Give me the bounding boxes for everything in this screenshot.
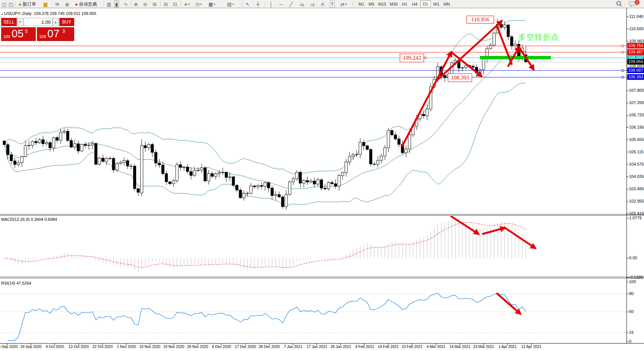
vertical-line-tool[interactable]: │ xyxy=(268,0,274,8)
mail-icon[interactable]: ✉ xyxy=(54,0,60,8)
zoom-out-icon[interactable]: ⊖ xyxy=(142,0,148,8)
new-order-button[interactable]: +新订单 xyxy=(17,0,37,8)
horizontal-line-tool[interactable]: ─ xyxy=(278,0,284,8)
timeframe-mn[interactable]: MN xyxy=(442,0,452,7)
dropdown-caret-icon[interactable]: ▾ xyxy=(200,3,202,6)
timeframe-m30[interactable]: M30 xyxy=(388,0,399,7)
bid-price-display[interactable]: 109 05 5 xyxy=(1,27,36,41)
label-tool[interactable]: T xyxy=(330,0,335,8)
fibonacci-tool[interactable]: ▱F xyxy=(309,0,316,8)
search-icon[interactable] xyxy=(616,1,622,9)
date-label: 13 Oct 2020 xyxy=(65,345,92,349)
toolbar-separator xyxy=(242,1,242,6)
indicators-button[interactable]: +▾ xyxy=(183,0,191,8)
bar-chart-icon[interactable]: ▥ xyxy=(106,0,112,8)
volume-up-button[interactable]: ▲ xyxy=(53,18,59,26)
date-label: 29 Nov 2020 xyxy=(184,345,211,349)
crosshair-tool-glyph: ┼ xyxy=(256,1,260,7)
date-label: 19 Nov 2020 xyxy=(160,345,188,349)
zoom-in-icon-glyph: ⊕ xyxy=(134,1,138,7)
profiles-button[interactable]: ▤▾ xyxy=(226,0,235,8)
timeframe-m1[interactable]: M1 xyxy=(356,0,366,7)
buy-button[interactable]: BUY xyxy=(59,18,74,26)
signal-icon-glyph: ◉ xyxy=(65,1,69,7)
arrange-windows-icon[interactable]: ⊟ xyxy=(163,0,169,8)
channel-tool[interactable]: ▱E xyxy=(298,0,305,8)
macd-axis-label: 0.00 xyxy=(629,256,637,260)
gold-icon[interactable]: ▆ xyxy=(43,0,48,8)
date-label: 14 Feb 2021 xyxy=(374,345,402,349)
chart-canvas[interactable] xyxy=(0,0,644,351)
candle-chart-icon[interactable]: ▮ xyxy=(114,0,119,8)
cascade-windows-icon[interactable]: ⊡ xyxy=(172,0,178,8)
new-order-button-label: 新订单 xyxy=(23,1,36,7)
price-line-badge: 109.764 xyxy=(627,43,644,48)
trendline-tool-glyph: ╱ xyxy=(290,1,293,7)
zoom-in-icon[interactable]: ⊕ xyxy=(133,0,139,8)
autotrade-button[interactable]: ●自动交易 xyxy=(74,0,98,8)
cursor-tool[interactable]: ↖ xyxy=(245,0,251,8)
date-label: 1 Apr 2021 xyxy=(494,345,521,349)
date-label: 10 Nov 2020 xyxy=(136,345,164,349)
price-tick-label: 105.655 xyxy=(629,137,644,142)
indicators-glyph: + xyxy=(184,1,188,7)
profiles-glyph: ▤ xyxy=(227,1,232,7)
ask-price-display[interactable]: 109 07 3 xyxy=(37,27,74,41)
autotrade-button-label: 自动交易 xyxy=(79,1,97,7)
date-label: 17 Jan 2021 xyxy=(303,345,331,349)
date-label: 23 Mar 2021 xyxy=(470,345,497,349)
price-tick-label: 111.040 xyxy=(629,14,643,19)
dropdown-caret-icon[interactable]: ▾ xyxy=(232,3,234,6)
dropdown-caret-icon[interactable]: ▾ xyxy=(345,3,347,6)
annotation-turning-point-text[interactable]: 多空转折点 xyxy=(518,32,559,42)
tile-windows-icon[interactable]: ⊞ xyxy=(151,0,158,8)
volume-input[interactable] xyxy=(23,18,53,26)
annotation-peak-price[interactable]: 110.956 xyxy=(466,16,494,23)
macd-indicator-label: MACD(12,26,9) 0.3404 0.6084 xyxy=(1,217,57,222)
zoom-out-icon-glyph: ⊖ xyxy=(143,1,147,7)
price-tick-label: 102.415 xyxy=(629,211,644,216)
bid-main: 05 xyxy=(12,28,23,40)
line-chart-icon[interactable]: ∿ xyxy=(123,0,129,8)
periods-glyph: ◷ xyxy=(195,1,200,7)
signal-icon[interactable]: ◉ xyxy=(64,0,70,8)
timeframe-d1[interactable]: D1 xyxy=(420,0,431,7)
price-line-badge: 109.487 xyxy=(627,49,644,55)
collapse-panel-icon[interactable]: ▴ xyxy=(1,12,3,16)
timeframe-h1[interactable]: H1 xyxy=(400,0,409,7)
tool-subscript: E xyxy=(302,4,304,7)
sell-button[interactable]: SELL xyxy=(1,18,17,26)
toolbar-separator xyxy=(181,1,181,6)
tool-subscript: F xyxy=(313,4,315,7)
date-label: 14 Mar 2021 xyxy=(446,345,474,349)
periods-button[interactable]: ◷▾ xyxy=(194,0,203,8)
dropdown-caret-icon[interactable]: ▾ xyxy=(214,3,215,6)
arrange-windows-icon-glyph: ⊟ xyxy=(164,1,168,7)
timeframe-m15[interactable]: M15 xyxy=(377,0,388,7)
crosshair-tool[interactable]: ┼ xyxy=(255,0,261,8)
rsi-axis-label: 100 xyxy=(629,279,636,284)
date-label: 4 Mar 2021 xyxy=(422,345,450,349)
timeframe-m5[interactable]: M5 xyxy=(367,0,376,7)
timeframe-h4[interactable]: H4 xyxy=(410,0,420,7)
arrows-tool[interactable]: ⇄▾ xyxy=(339,0,348,8)
cursor-tool-glyph: ↖ xyxy=(246,1,250,7)
date-label: 4 Oct 2020 xyxy=(41,345,69,349)
date-label: 24 Sep 2020 xyxy=(17,345,45,349)
chart-preview-icon[interactable]: ◰ xyxy=(7,0,14,8)
chart-window-icon[interactable]: ◫ xyxy=(1,0,7,8)
trendline-tool[interactable]: ╱ xyxy=(289,0,294,8)
date-label: 17 Dec 2020 xyxy=(232,345,259,349)
autotrade-glyph: ● xyxy=(75,1,78,7)
arrows-tool-glyph: ⇄ xyxy=(340,1,345,7)
price-line-badge: 108.687 xyxy=(627,68,644,73)
timeframe-w1[interactable]: W1 xyxy=(431,0,442,7)
volume-down-button[interactable]: ▼ xyxy=(17,18,23,26)
date-label: 12 Apr 2021 xyxy=(518,345,545,349)
annotation-support-price[interactable]: 109.242 xyxy=(400,54,424,62)
templates-button[interactable]: ▦▾ xyxy=(207,0,216,8)
annotation-low-price[interactable]: 108.393 xyxy=(448,73,472,82)
dropdown-caret-icon[interactable]: ▾ xyxy=(188,3,190,6)
text-tool[interactable]: A xyxy=(320,0,326,8)
rsi-indicator-label: RSI(14) 47.5264 xyxy=(1,281,31,285)
